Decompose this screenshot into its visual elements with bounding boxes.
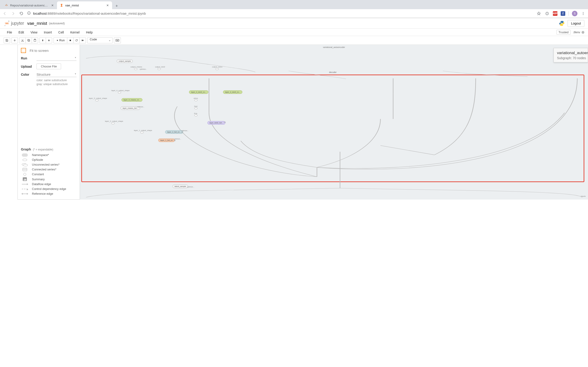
- label-int-a: int: [224, 121, 225, 123]
- menu-edit[interactable]: Edit: [15, 30, 27, 35]
- jupyter-logo[interactable]: jupyter: [4, 20, 24, 27]
- decoder-subgraph[interactable]: decoder layer_4_output_shape layer_3_out…: [81, 75, 584, 182]
- node-layer4-lstd2-re2[interactable]: layer_4_lstd2_re...: [223, 90, 242, 94]
- move-down-button[interactable]: [46, 37, 52, 43]
- op-l3-out-shape[interactable]: [95, 100, 99, 101]
- info-icon[interactable]: [545, 11, 550, 16]
- address-bar: localhost:8889/notebooks/Repos/variation…: [0, 9, 588, 18]
- url-field[interactable]: localhost:8889/notebooks/Repos/variation…: [27, 11, 533, 16]
- cut-button[interactable]: [19, 37, 26, 43]
- close-icon[interactable]: ✕: [106, 3, 109, 7]
- site-info-icon[interactable]: [27, 11, 31, 16]
- legend-dataflow-edge: Dataflow edge: [21, 182, 77, 186]
- node-layer-lstd2-full[interactable]: layer_lstd2_full...: [208, 121, 225, 125]
- close-icon[interactable]: ✕: [51, 3, 54, 7]
- label-output-lstd2: output_lstd2: [155, 66, 165, 68]
- graph-viewer[interactable]: variational_autoencoder output_sample ou…: [80, 45, 588, 200]
- menu-file[interactable]: File: [4, 30, 15, 35]
- label-optimize-top: optimize...: [140, 68, 147, 70]
- fit-to-screen[interactable]: ⛶ Fit to screen: [21, 48, 77, 53]
- jupyter-logo-icon: [4, 20, 10, 27]
- cell-type-select[interactable]: Code: [87, 37, 112, 43]
- star-icon[interactable]: [536, 11, 541, 16]
- color-help: color: same substructure gray: unique su…: [36, 78, 77, 86]
- run-select[interactable]: [36, 56, 77, 61]
- hourglass-favicon-icon: [60, 3, 63, 7]
- kernel-name: .tfenv: [573, 31, 580, 34]
- abp-extension-icon[interactable]: ABP: [553, 11, 557, 16]
- run-button[interactable]: Run: [53, 37, 67, 43]
- run-label: Run: [21, 56, 33, 60]
- graph-legend-title: Graph: [21, 147, 31, 151]
- legend-opnode: OpNode: [21, 157, 77, 162]
- op-l4-out-shape[interactable]: [118, 92, 121, 94]
- zotero-extension-icon[interactable]: Z: [561, 11, 565, 16]
- separator: [569, 11, 569, 16]
- op-output-means[interactable]: [134, 68, 137, 70]
- graph-edges: [82, 75, 584, 181]
- label-optimize-a: optimize...: [137, 106, 145, 108]
- profile-avatar[interactable]: S: [572, 11, 578, 16]
- menu-insert[interactable]: Insert: [41, 30, 55, 35]
- node-layer1-full-cn[interactable]: layer_1_full_cn: [158, 139, 175, 142]
- op-l1-out-shape[interactable]: [140, 132, 144, 133]
- fit-to-screen-label: Fit to screen: [30, 49, 49, 52]
- label-sqrt: Sqrt: [194, 105, 198, 107]
- node-layer2-full-cn[interactable]: layer_2_full_cn...: [165, 130, 183, 134]
- connected-series-icon: [23, 168, 27, 171]
- node-latent-sample[interactable]: latent_sample: [173, 185, 188, 188]
- restart-button[interactable]: [73, 37, 80, 43]
- legend-reference-edge: Reference edge: [21, 191, 77, 196]
- opnode-icon: [23, 159, 27, 161]
- menu-kernel[interactable]: Kernel: [67, 30, 83, 35]
- svg-rect-21: [117, 40, 118, 40]
- legend-control-dep-edge: Control dependency edge: [21, 186, 77, 191]
- graph-legend: Graph (* = expandable) Namespace* OpNode…: [21, 147, 77, 196]
- label-output-means: output_means: [130, 66, 142, 68]
- node-tooltip: variational_autoencoder/decoder Subgraph…: [553, 48, 588, 62]
- node-layer4-lstd2-re[interactable]: layer_4_lstd2_re...: [189, 90, 208, 94]
- menu-cell[interactable]: Cell: [55, 30, 67, 35]
- color-select[interactable]: Structure: [36, 72, 77, 77]
- browser-tab-0[interactable]: Repos/variational-autoencoder ✕: [2, 1, 57, 9]
- browser-tab-1[interactable]: vae_mnist ✕: [57, 1, 112, 9]
- url-text: localhost:8889/notebooks/Repos/variation…: [33, 11, 146, 15]
- reload-button[interactable]: [19, 11, 24, 16]
- restart-run-all-button[interactable]: [79, 37, 86, 43]
- op-exp[interactable]: [194, 115, 198, 116]
- toolbar: Run Code: [0, 36, 588, 45]
- label-optimize-c: optimize...: [174, 138, 181, 140]
- svg-point-10: [9, 21, 9, 22]
- node-layer4-means-re[interactable]: layer_4_means_re...: [121, 98, 142, 102]
- op-output-lstd2[interactable]: [157, 68, 161, 70]
- copy-button[interactable]: [26, 37, 32, 43]
- label-optimize-b: optimize...: [181, 130, 189, 131]
- save-button[interactable]: [4, 37, 10, 43]
- menu-help[interactable]: Help: [83, 30, 96, 35]
- interrupt-button[interactable]: [67, 37, 73, 43]
- op-sqrt[interactable]: [194, 107, 198, 109]
- control-dep-edge-icon: [22, 189, 28, 189]
- choose-file-button[interactable]: Choose File: [36, 64, 61, 69]
- browser-chrome: Repos/variational-autoencoder ✕ vae_mnis…: [0, 0, 588, 18]
- logout-button[interactable]: Logout: [568, 20, 584, 27]
- svg-rect-23: [116, 40, 118, 41]
- paste-button[interactable]: [32, 37, 38, 43]
- forward-button[interactable]: [10, 11, 16, 16]
- kernel-indicator[interactable]: .tfenv: [573, 31, 584, 34]
- op-output-stdvs[interactable]: [216, 68, 219, 70]
- new-tab-button[interactable]: +: [113, 3, 120, 9]
- trusted-badge[interactable]: Trusted: [556, 30, 571, 35]
- node-output-sample[interactable]: output_sample: [117, 59, 133, 63]
- kebab-menu-icon[interactable]: [581, 11, 586, 16]
- command-palette-button[interactable]: [114, 37, 121, 43]
- add-cell-button[interactable]: [11, 37, 18, 43]
- svg-rect-20: [116, 40, 117, 40]
- menu-view[interactable]: View: [27, 30, 41, 35]
- move-up-button[interactable]: [40, 37, 46, 43]
- back-button[interactable]: [2, 11, 7, 16]
- op-l2-out-shape[interactable]: [111, 123, 115, 124]
- autosave-status: (autosaved): [49, 22, 65, 25]
- op-stdvs[interactable]: [194, 99, 198, 101]
- notebook-title[interactable]: vae_mnist: [27, 21, 47, 26]
